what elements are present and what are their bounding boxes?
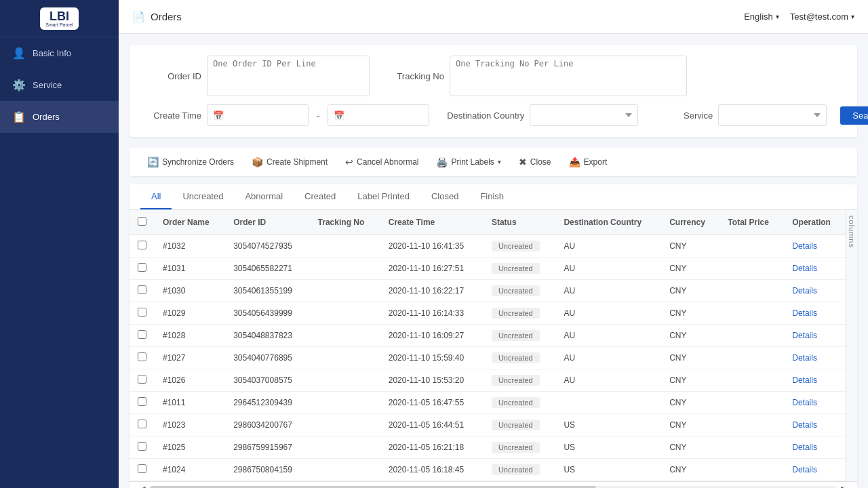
details-link[interactable]: Details <box>792 353 817 363</box>
row-checkbox[interactable] <box>138 375 146 384</box>
order-name-cell: #1023 <box>155 414 225 436</box>
tab-closed[interactable]: Closed <box>420 184 469 209</box>
total-price-cell <box>719 436 784 459</box>
export-button[interactable]: 📤 Export <box>562 153 614 171</box>
date-to-value[interactable] <box>347 110 423 120</box>
tracking-no-cell <box>310 436 380 459</box>
create-time-header: Create Time <box>380 210 484 235</box>
cancel-icon: ↩ <box>345 157 353 167</box>
destination-country-cell: AU <box>555 325 661 347</box>
tab-uncreated[interactable]: Uncreated <box>172 184 234 209</box>
destination-country-cell: US <box>555 459 661 481</box>
details-link[interactable]: Details <box>792 398 817 407</box>
row-checkbox-cell <box>130 235 155 258</box>
select-all-checkbox[interactable] <box>138 217 146 226</box>
order-id-cell: 3054040776895 <box>225 347 309 369</box>
create-time-cell: 2020-11-10 15:53:20 <box>380 369 484 392</box>
row-checkbox[interactable] <box>138 420 146 428</box>
details-link[interactable]: Details <box>792 331 817 340</box>
order-id-cell: 3054056439999 <box>225 302 309 325</box>
status-badge: Uncreated <box>492 285 540 296</box>
language-selector[interactable]: English ▾ <box>744 12 779 22</box>
scroll-left-icon[interactable]: ◀ <box>140 485 146 488</box>
user-menu[interactable]: Test@test.com ▾ <box>790 12 854 22</box>
horizontal-scrollbar[interactable]: ◀ ▶ <box>130 481 857 488</box>
operation-cell: Details <box>784 392 846 414</box>
print-labels-button[interactable]: 🖨️ Print Labels ▾ <box>429 153 507 171</box>
tab-all[interactable]: All <box>140 184 172 209</box>
row-checkbox-cell <box>130 280 155 302</box>
total-price-cell <box>719 325 784 347</box>
details-link[interactable]: Details <box>792 443 817 452</box>
row-checkbox[interactable] <box>138 263 146 272</box>
operation-cell: Details <box>784 369 846 392</box>
order-id-cell: 2986750804159 <box>225 459 309 481</box>
sync-orders-button[interactable]: 🔄 Synchronize Orders <box>140 153 241 171</box>
row-checkbox[interactable] <box>138 308 146 317</box>
table-row: #1029 3054056439999 2020-11-10 16:14:33 … <box>130 302 846 325</box>
table-row: #1032 3054074527935 2020-11-10 16:41:35 … <box>130 235 846 258</box>
date-from-input[interactable]: 📅 <box>207 104 309 126</box>
status-badge: Uncreated <box>492 308 540 319</box>
topbar: 📄 Orders English ▾ Test@test.com ▾ <box>119 0 868 34</box>
status-cell: Uncreated <box>484 258 555 280</box>
details-link[interactable]: Details <box>792 420 817 430</box>
user-email: Test@test.com <box>790 12 848 22</box>
date-from-value[interactable] <box>226 110 302 120</box>
order-name-cell: #1026 <box>155 369 225 392</box>
filter-buttons: Search Reset <box>840 106 868 125</box>
order-name-cell: #1031 <box>155 258 225 280</box>
sidebar-item-label: Service <box>33 80 62 90</box>
details-link[interactable]: Details <box>792 465 817 474</box>
date-to-input[interactable]: 📅 <box>328 104 429 126</box>
total-price-cell <box>719 347 784 369</box>
create-shipment-button[interactable]: 📦 Create Shipment <box>245 153 334 171</box>
tab-finish[interactable]: Finish <box>469 184 515 209</box>
destination-country-cell: US <box>555 436 661 459</box>
sidebar-item-orders[interactable]: 📋 Orders <box>0 101 119 133</box>
cancel-abnormal-button[interactable]: ↩ Cancel Abnormal <box>338 153 425 171</box>
orders-table-section: All Uncreated Abnormal Created Label Pri… <box>130 184 857 488</box>
row-checkbox[interactable] <box>138 285 146 294</box>
order-name-cell: #1025 <box>155 436 225 459</box>
table-header-row: Order Name Order ID Tracking No Create T… <box>130 210 846 235</box>
details-link[interactable]: Details <box>792 241 817 251</box>
row-checkbox-cell <box>130 258 155 280</box>
details-link[interactable]: Details <box>792 308 817 318</box>
order-id-input[interactable] <box>207 56 370 96</box>
search-button[interactable]: Search <box>840 106 868 125</box>
create-time-cell: 2020-11-10 16:09:27 <box>380 325 484 347</box>
row-checkbox[interactable] <box>138 241 146 249</box>
row-checkbox[interactable] <box>138 352 146 361</box>
order-name-cell: #1024 <box>155 459 225 481</box>
status-badge: Uncreated <box>492 442 540 453</box>
details-link[interactable]: Details <box>792 286 817 296</box>
columns-button[interactable]: columns <box>846 210 857 481</box>
row-checkbox[interactable] <box>138 442 146 451</box>
status-cell: Uncreated <box>484 414 555 436</box>
destination-country-select[interactable] <box>530 104 638 126</box>
orders-table: Order Name Order ID Tracking No Create T… <box>130 210 846 481</box>
close-button[interactable]: ✖ Close <box>512 153 558 171</box>
tab-created[interactable]: Created <box>294 184 347 209</box>
currency-cell: CNY <box>661 369 719 392</box>
total-price-header: Total Price <box>719 210 784 235</box>
tracking-no-input[interactable] <box>450 56 687 96</box>
scroll-right-icon[interactable]: ▶ <box>841 485 846 488</box>
details-link[interactable]: Details <box>792 375 817 385</box>
details-link[interactable]: Details <box>792 264 817 273</box>
order-id-cell: 3054048837823 <box>225 325 309 347</box>
status-badge: Uncreated <box>492 375 540 386</box>
status-badge: Uncreated <box>492 420 540 430</box>
sidebar-item-basic-info[interactable]: 👤 Basic Info <box>0 37 119 69</box>
close-label: Close <box>530 157 551 167</box>
service-select[interactable] <box>718 104 827 126</box>
row-checkbox[interactable] <box>138 330 146 339</box>
tab-abnormal[interactable]: Abnormal <box>234 184 294 209</box>
order-id-cell: 2986034200767 <box>225 414 309 436</box>
tab-label-printed[interactable]: Label Printed <box>347 184 420 209</box>
row-checkbox[interactable] <box>138 464 146 473</box>
scrollbar-track[interactable] <box>150 486 837 489</box>
row-checkbox[interactable] <box>138 397 146 406</box>
sidebar-item-service[interactable]: ⚙️ Service <box>0 69 119 101</box>
